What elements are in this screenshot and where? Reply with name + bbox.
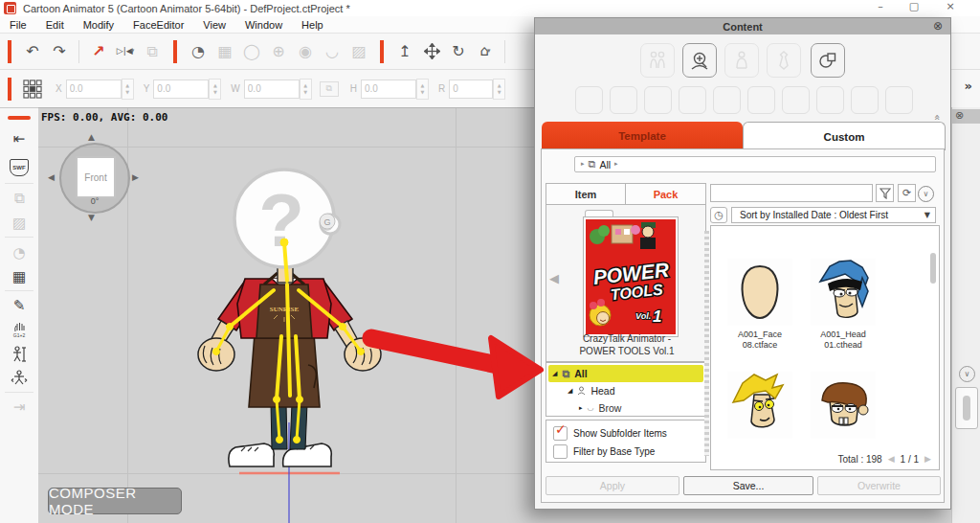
apply-button[interactable]: Apply: [546, 476, 679, 495]
content-slot[interactable]: [575, 86, 603, 114]
undo-button[interactable]: ↶: [21, 40, 44, 63]
category-head-button[interactable]: [682, 43, 717, 78]
content-slot[interactable]: [644, 86, 672, 114]
camera-orientation-widget[interactable]: ▲ ▼ ◀ ▶ Front 0°: [59, 143, 130, 214]
save-button[interactable]: Save...: [683, 476, 813, 495]
thumbnail-head-blonde[interactable]: [727, 372, 792, 439]
dock-scrollbar[interactable]: [955, 387, 978, 429]
camera-down-arrow[interactable]: ▼: [88, 214, 95, 222]
content-slot[interactable]: [782, 86, 810, 114]
page-next-icon[interactable]: ▶: [924, 455, 931, 464]
lock-aspect-button[interactable]: ⧉: [320, 81, 339, 97]
select-tool-button[interactable]: ↗: [87, 40, 110, 63]
content-slot[interactable]: [747, 86, 775, 114]
content-slot[interactable]: [610, 86, 637, 114]
tree-expand-icon[interactable]: ◢: [568, 388, 572, 395]
flip-tool-button[interactable]: ▷|◀▾: [114, 40, 137, 63]
menu-file[interactable]: File: [0, 19, 36, 31]
r-field[interactable]: [449, 80, 493, 99]
grid-scroll-thumb[interactable]: [930, 253, 936, 284]
column-splitter[interactable]: [704, 231, 709, 456]
bone-editor-button[interactable]: [8, 343, 31, 366]
tree-item-all[interactable]: ◢ ⧉ All: [548, 365, 703, 382]
refresh-button[interactable]: ⟳: [898, 184, 916, 202]
dock-scroll-thumb[interactable]: [963, 396, 970, 421]
lips-tool-button[interactable]: ◡: [321, 40, 344, 63]
move-tool-button[interactable]: [420, 40, 443, 63]
r-spinner[interactable]: ▲▼: [493, 79, 505, 100]
search-input[interactable]: [710, 184, 873, 202]
breadcrumb-back-button[interactable]: [547, 155, 568, 172]
sort-dropdown[interactable]: Sort by Installed Date : Oldest First ▼: [731, 207, 936, 223]
duplicate-button[interactable]: ⧉: [8, 187, 31, 210]
tab-custom[interactable]: Custom: [743, 122, 946, 150]
content-slot[interactable]: [816, 86, 844, 114]
mask-editor-button[interactable]: ▨: [8, 212, 31, 235]
thumbnail-head-blue[interactable]: [811, 259, 876, 326]
sprite-panel-button[interactable]: ▦: [8, 265, 31, 288]
w-spinner[interactable]: ▲▼: [300, 79, 312, 100]
content-panel-titlebar[interactable]: Content: [535, 18, 950, 34]
page-prev-icon[interactable]: ◀: [888, 455, 895, 464]
pack-prev-arrow[interactable]: ◀: [549, 272, 559, 284]
menu-window[interactable]: Window: [235, 19, 292, 31]
create-head-button[interactable]: ◔: [187, 40, 210, 63]
x-spinner[interactable]: ▲▼: [122, 79, 134, 100]
content-slot[interactable]: [885, 86, 913, 114]
maximize-button[interactable]: ▢: [900, 1, 928, 15]
menu-faceeditor[interactable]: FaceEditor: [123, 19, 193, 31]
content-slot[interactable]: [851, 86, 879, 114]
content-slot[interactable]: [713, 86, 741, 114]
tree-collapsed-icon[interactable]: ▸: [579, 405, 583, 412]
face-outline-button[interactable]: ◯: [240, 40, 263, 63]
menu-view[interactable]: View: [193, 19, 235, 31]
rotate-tool-button[interactable]: ↻: [447, 40, 470, 63]
camera-front-face[interactable]: Front: [76, 156, 116, 198]
h-spinner[interactable]: ▲▼: [416, 79, 429, 100]
eye-tool-button[interactable]: ◉: [294, 40, 317, 63]
send-to-stage-button[interactable]: ⇥: [8, 396, 31, 419]
toolbar-overflow-chevron[interactable]: »: [965, 80, 972, 92]
dock-close-icon[interactable]: ⊗: [955, 110, 964, 121]
breadcrumb[interactable]: ▸ ⧉ All ▸: [574, 156, 936, 172]
expand-results-button[interactable]: ∨: [918, 186, 934, 202]
anchor-point-picker[interactable]: [21, 78, 44, 101]
menu-help[interactable]: Help: [292, 19, 333, 31]
anchor-tool-button[interactable]: ↥: [393, 40, 416, 63]
tree-expand-icon[interactable]: ◢: [552, 371, 557, 377]
content-close-icon[interactable]: ⊗: [933, 20, 943, 32]
dock-expand-chevron[interactable]: ∨: [959, 366, 975, 382]
tree-item-brow[interactable]: ▸ ◡ Brow: [548, 399, 703, 417]
face-grid-button[interactable]: ▦: [213, 40, 236, 63]
y-spinner[interactable]: ▲▼: [209, 79, 221, 100]
category-accessory-button[interactable]: [767, 43, 801, 78]
minimize-button[interactable]: –: [866, 1, 895, 15]
face-mesh-button[interactable]: ⊕: [267, 40, 290, 63]
w-field[interactable]: [244, 80, 300, 99]
sort-time-button[interactable]: ◷: [710, 207, 727, 223]
category-body-button[interactable]: [724, 43, 759, 78]
overwrite-button[interactable]: Overwrite: [817, 476, 941, 495]
gesture-button[interactable]: G1+2: [8, 318, 31, 341]
thumbnail-head-brown[interactable]: [811, 372, 876, 439]
camera-up-arrow[interactable]: ▲: [88, 133, 95, 142]
create-head-sidebar-button[interactable]: ◔: [8, 241, 31, 264]
swf-import-button[interactable]: SWF: [8, 156, 31, 179]
back-to-stage-button[interactable]: ⇤: [8, 127, 31, 150]
home-view-button[interactable]: ⌂▾: [474, 40, 497, 63]
tree-item-head[interactable]: ◢ Head: [548, 382, 703, 399]
link-tool-button[interactable]: ⧉: [141, 40, 164, 63]
photo-fit-button[interactable]: ▨: [347, 40, 370, 63]
category-actor-button[interactable]: [640, 43, 675, 78]
tab-item[interactable]: Item: [546, 183, 626, 205]
category-prop-button[interactable]: [811, 43, 845, 78]
h-field[interactable]: [361, 80, 416, 99]
camera-left-arrow[interactable]: ◀: [48, 173, 55, 182]
collapse-section-icon[interactable]: «: [932, 114, 943, 121]
filter-funnel-button[interactable]: [876, 184, 894, 202]
y-field[interactable]: [153, 80, 209, 99]
filter-base-checkbox[interactable]: [553, 444, 568, 459]
menu-modify[interactable]: Modify: [74, 19, 123, 31]
close-button[interactable]: ×: [936, 1, 965, 15]
transform-character-button[interactable]: [8, 367, 31, 390]
